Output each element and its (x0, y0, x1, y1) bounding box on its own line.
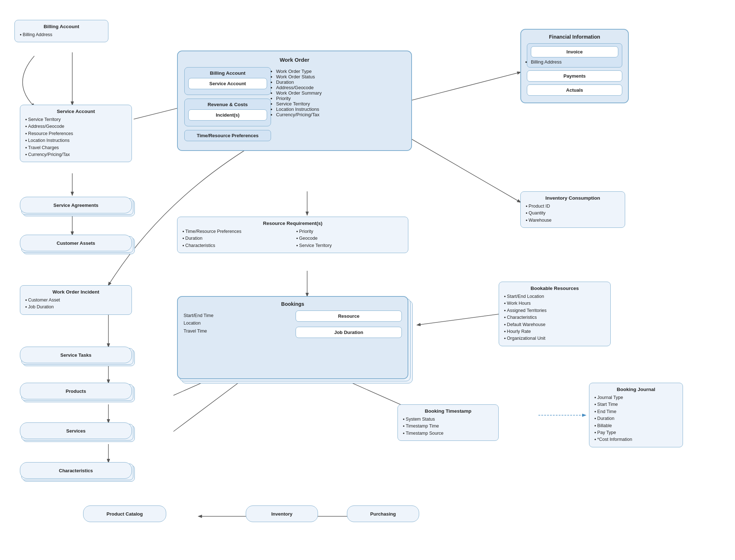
sa-item-2: Address/Geocode (25, 123, 126, 130)
br-item-7: Organizational Unit (504, 335, 605, 342)
bookings-job-duration-box: Job Duration (296, 327, 402, 338)
booking-timestamp-list: System Status Timestamp Time Timestamp S… (403, 416, 493, 437)
bj-item-1: Journal Type (594, 394, 678, 401)
br-item-4: Characteristics (504, 314, 605, 321)
ic-item-3: Warehouse (526, 217, 620, 224)
rr-c2-item-1: Priority (296, 228, 403, 235)
products-box: Products (20, 383, 132, 399)
billing-account-top-title: Billing Account (20, 24, 103, 29)
bookings-left-item-3: Travel Time (184, 327, 290, 335)
br-item-3: Assigned Territories (504, 307, 605, 314)
services-label: Services (66, 428, 86, 434)
bookable-resources-list: Start/End Location Work Hours Assigned T… (504, 293, 605, 342)
service-agreements-stack: Service Agreements (20, 197, 132, 213)
bt-item-2: Timestamp Time (403, 423, 493, 430)
rr-c1-item-3: Characteristics (182, 242, 289, 249)
br-item-6: Hourly Rate (504, 328, 605, 335)
service-account-title: Service Account (25, 109, 126, 114)
financial-info-box: Financial Information Invoice Billing Ad… (520, 29, 629, 103)
bookings-stack-container: Bookings Start/End Time Location Travel … (177, 296, 408, 379)
products-label: Products (66, 388, 86, 394)
sa-item-1: Service Territory (25, 116, 126, 123)
customer-assets-stack: Customer Assets (20, 235, 132, 251)
work-order-incident-list: Customer Asset Job Duration (25, 297, 126, 311)
rr-c2-item-2: Geocode (296, 235, 403, 242)
wo-item-1: Work Order Type (276, 69, 405, 74)
wo-service-account-inner: Service Account (188, 78, 267, 89)
sa-item-3: Resource Preferences (25, 130, 126, 137)
customer-assets-box: Customer Assets (20, 235, 132, 251)
bookings-left-item-1: Start/End Time (184, 312, 290, 320)
financial-invoice-label: Invoice (531, 46, 618, 57)
services-box: Services (20, 422, 132, 439)
wo-item-7: Service Territory (276, 101, 405, 107)
ic-item-2: Quantity (526, 210, 620, 217)
wo-item-9: Currency/Pricing/Tax (276, 112, 405, 117)
bt-item-1: System Status (403, 416, 493, 423)
customer-assets-label: Customer Assets (57, 240, 95, 246)
bookings-resource-box: Resource (296, 311, 402, 322)
billing-account-top-item-1: Billing Address (20, 31, 103, 38)
svg-line-8 (417, 314, 499, 325)
bj-item-5: Billable (594, 422, 678, 429)
work-order-items-list: Work Order Type Work Order Status Durati… (276, 69, 405, 117)
bookings-box: Bookings Start/End Time Location Travel … (177, 296, 408, 379)
bj-item-7: *Cost Information (594, 436, 678, 443)
service-agreements-label: Service Agreements (53, 203, 99, 208)
bt-item-3: Timestamp Source (403, 430, 493, 437)
rr-c1-item-2: Duration (182, 235, 289, 242)
bookable-resources-title: Bookable Resources (504, 286, 605, 291)
sa-item-6: Currency/Pricing/Tax (25, 151, 126, 158)
wo-item-2: Work Order Status (276, 74, 405, 79)
inventory-consumption-box: Inventory Consumption Product ID Quantit… (520, 191, 625, 228)
booking-journal-title: Booking Journal (594, 387, 678, 392)
br-item-1: Start/End Location (504, 293, 605, 300)
billing-account-top-box: Billing Account Billing Address (14, 20, 108, 42)
work-order-incident-box: Work Order Incident Customer Asset Job D… (20, 285, 132, 315)
diagram: Billing Account Billing Address Service … (0, 0, 735, 560)
wo-item-8: Location Instructions (276, 107, 405, 112)
bookings-title: Bookings (184, 301, 402, 307)
svg-line-7 (408, 137, 520, 202)
billing-account-top-list: Billing Address (20, 31, 103, 38)
service-tasks-label: Service Tasks (60, 352, 91, 358)
purchasing-pill: Purchasing (347, 505, 419, 522)
ic-item-1: Product ID (526, 203, 620, 210)
work-order-title: Work Order (184, 57, 405, 63)
woi-item-2: Job Duration (25, 304, 126, 311)
woi-item-1: Customer Asset (25, 297, 126, 304)
booking-journal-box: Booking Journal Journal Type Start Time … (589, 383, 683, 447)
services-stack: Services (20, 422, 132, 439)
bookings-left-item-2: Location (184, 320, 290, 327)
wo-item-5: Work Order Summary (276, 90, 405, 96)
sa-item-5: Travel Charges (25, 144, 126, 151)
product-catalog-label: Product Catalog (107, 511, 143, 517)
service-agreements-box: Service Agreements (20, 197, 132, 213)
wo-item-6: Priority (276, 96, 405, 101)
work-order-incident-title: Work Order Incident (25, 289, 126, 295)
svg-line-9 (343, 379, 408, 408)
bookable-resources-box: Bookable Resources Start/End Location Wo… (499, 282, 611, 346)
booking-timestamp-box: Booking Timestamp System Status Timestam… (397, 404, 499, 441)
rr-c2-item-3: Service Territory (296, 242, 403, 249)
invoice-item-1: Billing Address (531, 59, 618, 65)
financial-actuals-label: Actuals (527, 84, 622, 96)
service-tasks-stack: Service Tasks (20, 347, 132, 363)
booking-timestamp-title: Booking Timestamp (403, 408, 493, 414)
characteristics-box: Characteristics (20, 462, 132, 479)
inventory-pill: Inventory (246, 505, 318, 522)
service-tasks-box: Service Tasks (20, 347, 132, 363)
product-catalog-pill: Product Catalog (83, 505, 166, 522)
rr-col1-list: Time/Resource Preferences Duration Chara… (182, 228, 289, 249)
sa-item-4: Location Instructions (25, 137, 126, 144)
work-order-outer-box: Work Order Billing Account Service Accou… (177, 51, 412, 151)
wo-time-resource-prefs: Time/Resource Preferences (184, 130, 271, 141)
resource-requirements-title: Resource Requirement(s) (182, 221, 403, 226)
inventory-label: Inventory (271, 511, 293, 517)
inventory-consumption-list: Product ID Quantity Warehouse (526, 203, 620, 224)
bj-item-6: Pay Type (594, 429, 678, 436)
products-stack: Products (20, 383, 132, 399)
wo-item-4: Address/Geocode (276, 85, 405, 90)
br-item-2: Work Hours (504, 300, 605, 307)
characteristics-stack: Characteristics (20, 462, 132, 479)
